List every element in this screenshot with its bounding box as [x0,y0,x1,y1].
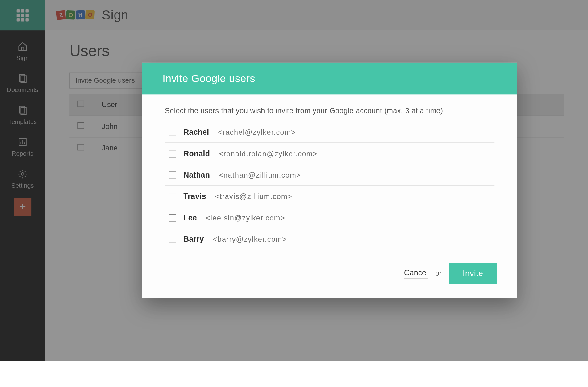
invite-user-email: <nathan@zillium.com> [219,171,301,179]
invite-user-name: Travis [183,192,206,201]
invite-user-email: <ronald.rolan@zylker.com> [219,150,318,158]
modal-title: Invite Google users [142,63,517,94]
invite-user-row[interactable]: Travis <travis@zillium.com> [165,186,494,207]
invite-user-row[interactable]: Rachel <rachel@zylker.com> [165,121,494,143]
checkbox[interactable] [169,150,176,158]
checkbox[interactable] [169,193,176,200]
or-text: or [435,269,442,278]
invite-user-email: <barry@zylker.com> [213,235,287,243]
invite-user-name: Lee [183,213,197,222]
modal-description: Select the users that you wish to invite… [165,107,494,115]
invite-user-name: Rachel [183,128,209,137]
checkbox[interactable] [169,236,176,243]
invite-user-name: Nathan [183,171,210,180]
checkbox[interactable] [169,129,176,136]
modal-footer: Cancel or Invite [142,252,517,298]
invite-user-row[interactable]: Barry <barry@zylker.com> [165,228,494,249]
invite-button[interactable]: Invite [449,263,497,284]
checkbox[interactable] [169,171,176,179]
invite-user-email: <rachel@zylker.com> [218,128,296,137]
invite-user-row[interactable]: Lee <lee.sin@zylker.com> [165,207,494,228]
invite-user-email: <travis@zillium.com> [215,192,292,201]
modal-body: Select the users that you wish to invite… [142,94,517,252]
invite-user-row[interactable]: Ronald <ronald.rolan@zylker.com> [165,143,494,164]
invite-user-email: <lee.sin@zylker.com> [206,214,285,222]
invite-user-name: Barry [183,235,204,244]
cancel-button[interactable]: Cancel [404,268,428,278]
checkbox[interactable] [169,214,176,222]
invite-google-users-modal: Invite Google users Select the users tha… [142,63,517,298]
invite-user-name: Ronald [183,149,210,158]
invite-user-row[interactable]: Nathan <nathan@zillium.com> [165,164,494,186]
